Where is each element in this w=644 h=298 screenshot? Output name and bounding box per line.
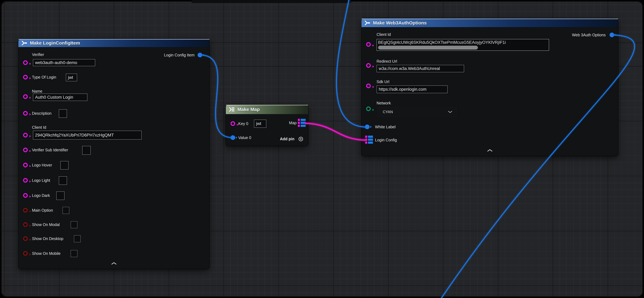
chevron-up-icon (111, 262, 116, 265)
pin-client-id[interactable] (366, 42, 371, 47)
sdk-url-value: https://sdk.openlogin.com (379, 87, 426, 92)
network-label: Network (376, 101, 391, 105)
show-on-mobile-label: Show On Mobile (32, 251, 60, 256)
show-on-mobile-checkbox[interactable] (70, 250, 78, 257)
show-on-desktop-label: Show On Desktop (32, 236, 64, 241)
name-value: Auth0 Custom Login (35, 95, 73, 100)
pin-show-on-mobile[interactable] (23, 251, 28, 256)
white-label-label: White Label (375, 125, 396, 129)
node-title: Make LoginConfigItem (30, 40, 80, 46)
node-title: Make Web3AuthOptions (373, 20, 426, 26)
network-value: CYAN (383, 110, 393, 114)
pin-type-of-login[interactable] (23, 75, 28, 80)
client-id-value: 294QRkchfq2YaXUbPri7D6PH7xzHgQMT (35, 133, 114, 138)
verifier-value: web3auth-auth0-demo (35, 60, 77, 65)
output-label-web3auth-options: Web 3Auth Options (572, 33, 606, 37)
pin-white-label[interactable] (365, 124, 370, 129)
pin-value-0[interactable] (230, 135, 235, 140)
pin-show-on-modal[interactable] (23, 222, 28, 227)
make-struct-icon (21, 41, 28, 45)
pin-key-0[interactable] (230, 121, 235, 126)
node-make-map[interactable]: Make Map Key 0 jwt Value 0 Map Add pin + (226, 105, 308, 146)
collapse-node-button[interactable] (111, 262, 116, 265)
pin-name[interactable] (23, 94, 28, 99)
node-make-loginconfigitem[interactable]: Make LoginConfigItem Login Config Item V… (18, 39, 210, 269)
show-on-modal-label: Show On Modal (32, 222, 60, 227)
pin-sdk-url[interactable] (366, 84, 371, 88)
offscreen-node-fragment (192, 0, 351, 3)
redirect-url-value: w3a://com.w3a.Web3AuthUnreal (379, 66, 440, 71)
node-header-make-map[interactable]: Make Map (226, 105, 308, 114)
verifier-label: Verifier (32, 52, 44, 57)
node-title: Make Map (237, 107, 260, 112)
type-of-login-label: Type Of Login (32, 75, 56, 80)
client-id-value: BEglQSgt4cUWcj6SKRdu5QkOXTsePmMcusG5EAoy… (377, 39, 549, 45)
node-header-make-loginconfigitem[interactable]: Make LoginConfigItem (18, 39, 210, 47)
value-0-label: Value 0 (238, 136, 251, 140)
show-on-modal-checkbox[interactable] (70, 221, 78, 228)
pin-output-login-config-item[interactable] (198, 53, 202, 57)
verifier-sub-identifier-label: Verifier Sub Identifier (32, 148, 68, 152)
type-of-login-value: jwt (68, 75, 73, 80)
map-output-label: Map (289, 121, 296, 125)
logo-hover-label: Logo Hover (32, 163, 52, 168)
make-struct-icon (364, 20, 370, 25)
blueprint-editor: Make LoginConfigItem Login Config Item V… (0, 0, 644, 298)
sdk-url-input[interactable]: https://sdk.openlogin.com (376, 86, 448, 93)
description-label: Description (32, 111, 52, 116)
key-0-label: Key 0 (238, 122, 248, 126)
pin-logo-hover[interactable] (23, 163, 28, 168)
pin-output-map[interactable] (298, 119, 306, 127)
client-id-label: Client Id (32, 125, 46, 130)
client-id-input[interactable]: 294QRkchfq2YaXUbPri7D6PH7xzHgQMT (33, 130, 142, 140)
output-label-login-config-item: Login Config Item (164, 53, 194, 57)
make-map-icon (229, 107, 235, 112)
pin-main-option[interactable] (23, 208, 28, 212)
pin-verifier[interactable] (23, 60, 28, 65)
pin-description[interactable] (23, 111, 28, 116)
horizontal-scrollbar[interactable] (378, 46, 478, 50)
pin-login-config[interactable] (365, 136, 373, 144)
sdk-url-label: Sdk Url (376, 80, 389, 84)
chevron-down-icon (448, 111, 452, 113)
main-option-label: Main Option (32, 208, 53, 212)
graph-canvas[interactable]: Make LoginConfigItem Login Config Item V… (0, 0, 644, 298)
pin-verifier-sub-identifier[interactable] (23, 148, 28, 152)
pin-redirect-url[interactable] (366, 63, 371, 68)
login-config-label: Login Config (375, 138, 397, 142)
logo-dark-input[interactable] (56, 192, 64, 200)
name-label: Name (32, 89, 42, 94)
wire-map-to-loginconfig[interactable] (305, 123, 367, 140)
redirect-url-label: Redirect Url (376, 59, 397, 64)
node-header-make-web3authoptions[interactable]: Make Web3AuthOptions (362, 18, 618, 27)
pin-client-id[interactable] (23, 133, 28, 138)
add-pin-label: Add pin (280, 137, 294, 141)
redirect-url-input[interactable]: w3a://com.w3a.Web3AuthUnreal (376, 65, 464, 72)
verifier-input[interactable]: web3auth-auth0-demo (33, 59, 95, 66)
pin-show-on-desktop[interactable] (23, 236, 28, 241)
key-0-input[interactable]: jwt (254, 120, 266, 128)
logo-dark-label: Logo Dark (32, 193, 50, 198)
client-id-label: Client Id (376, 32, 391, 37)
show-on-desktop-checkbox[interactable] (74, 235, 81, 242)
logo-light-label: Logo Light (32, 178, 50, 183)
node-make-web3authoptions[interactable]: Make Web3AuthOptions Web 3Auth Options C… (362, 18, 618, 156)
collapse-node-button[interactable] (487, 149, 492, 152)
verifier-sub-identifier-input[interactable] (82, 146, 91, 155)
pin-network[interactable] (366, 106, 371, 111)
wire-map-to-loginconfig-glow (305, 123, 367, 140)
type-of-login-input[interactable]: jwt (66, 74, 77, 81)
pin-output-web3auth-options[interactable] (610, 32, 614, 37)
description-input[interactable] (59, 109, 67, 118)
logo-hover-input[interactable] (60, 161, 68, 170)
pin-logo-dark[interactable] (23, 193, 28, 198)
add-pin-icon[interactable]: + (298, 137, 303, 141)
client-id-input[interactable]: BEglQSgt4cUWcj6SKRdu5QkOXTsePmMcusG5EAoy… (376, 39, 549, 51)
network-select[interactable]: CYAN (376, 106, 457, 118)
chevron-up-icon (487, 149, 492, 152)
main-option-checkbox[interactable] (62, 207, 69, 214)
name-input[interactable]: Auth0 Custom Login (33, 94, 88, 101)
key-0-value: jwt (256, 121, 261, 126)
pin-logo-light[interactable] (23, 178, 28, 183)
logo-light-input[interactable] (59, 176, 67, 185)
